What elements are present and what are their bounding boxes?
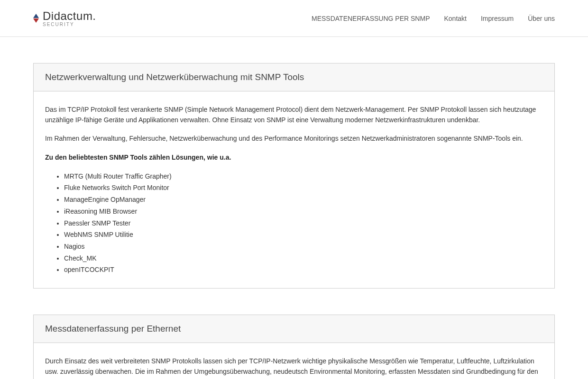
panel-body: Durch Einsatz des weit verbreiteten SNMP…	[34, 343, 554, 379]
list-item: openITCOCKPIT	[64, 265, 543, 275]
panel-messdatenerfassung: Messdatenerfassung per Ethernet Durch Ei…	[33, 315, 555, 379]
logo-name: Didactum.	[43, 9, 96, 23]
nav-item-snmp[interactable]: MESSDATENERFASSUNG PER SNMP	[312, 15, 430, 22]
main-nav: MESSDATENERFASSUNG PER SNMP Kontakt Impr…	[312, 15, 555, 22]
logo[interactable]: Didactum. SECURITY	[33, 9, 96, 27]
list-item: Check_MK	[64, 253, 543, 264]
list-item: ManageEngine OpManager	[64, 195, 543, 205]
list-intro: Zu den beliebtesten SNMP Tools zählen Lö…	[45, 153, 543, 163]
list-item: iReasoning MIB Browser	[64, 207, 543, 217]
logo-icon	[33, 14, 39, 23]
snmp-tools-list: MRTG (Multi Router Traffic Grapher) Fluk…	[45, 171, 543, 275]
nav-item-impressum[interactable]: Impressum	[481, 15, 514, 22]
site-header: Didactum. SECURITY MESSDATENERFASSUNG PE…	[0, 0, 588, 37]
list-item: MRTG (Multi Router Traffic Grapher)	[64, 171, 543, 182]
paragraph: Im Rahmen der Verwaltung, Fehlersuche, N…	[45, 134, 543, 144]
paragraph: Das im TCP/IP Protokoll fest verankerte …	[45, 105, 543, 125]
list-item: WebNMS SNMP Utilitie	[64, 230, 543, 240]
logo-text: Didactum. SECURITY	[43, 9, 96, 27]
nav-item-kontakt[interactable]: Kontakt	[444, 15, 466, 22]
list-item: Nagios	[64, 242, 543, 252]
panel-title: Netzwerkverwaltung und Netzwerküberwachu…	[34, 63, 554, 91]
content-area: Netzwerkverwaltung und Netzwerküberwachu…	[0, 37, 588, 379]
nav-item-ueber-uns[interactable]: Über uns	[528, 15, 555, 22]
panel-snmp-tools: Netzwerkverwaltung und Netzwerküberwachu…	[33, 63, 555, 289]
panel-title: Messdatenerfassung per Ethernet	[34, 315, 554, 343]
paragraph: Durch Einsatz des weit verbreiteten SNMP…	[45, 356, 543, 377]
list-item: Fluke Networks Switch Port Monitor	[64, 183, 543, 193]
list-item: Paessler SNMP Tester	[64, 218, 543, 229]
logo-tagline: SECURITY	[43, 22, 96, 27]
panel-body: Das im TCP/IP Protokoll fest verankerte …	[34, 91, 554, 288]
